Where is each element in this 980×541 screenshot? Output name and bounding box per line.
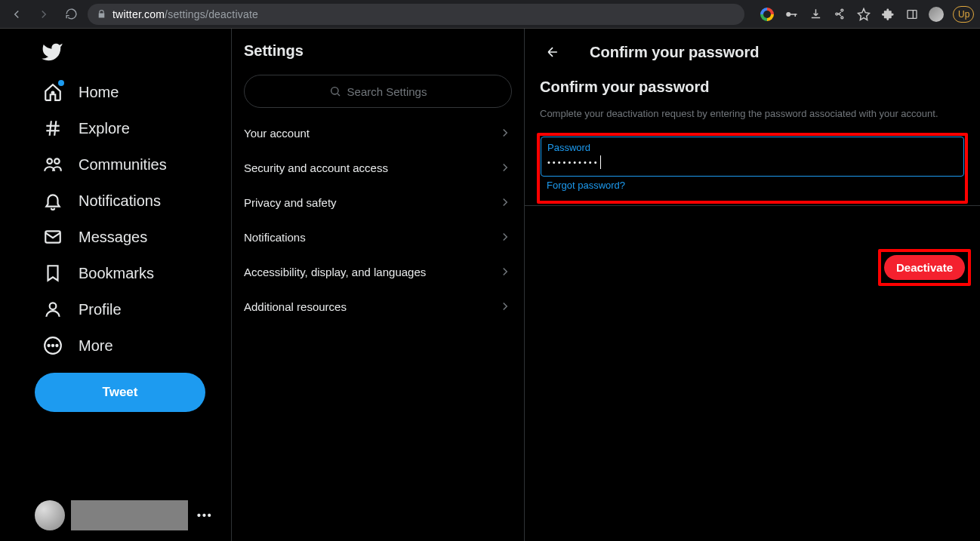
svg-rect-1	[790, 14, 797, 15]
star-icon[interactable]	[856, 7, 871, 22]
back-button[interactable]	[6, 4, 27, 25]
key-icon[interactable]	[784, 7, 799, 22]
ellipsis-icon: •••	[194, 509, 213, 521]
url-text: twitter.com/settings/deactivate	[112, 8, 258, 20]
svg-point-17	[56, 345, 57, 346]
chevron-right-icon	[498, 126, 512, 140]
sidebar-item-label: Profile	[79, 301, 122, 318]
page-title: Confirm your password	[590, 44, 759, 61]
sidebar-item-profile[interactable]: Profile	[35, 291, 129, 327]
settings-item-resources[interactable]: Additional resources	[232, 289, 524, 324]
settings-item-label: Additional resources	[244, 300, 347, 313]
forgot-password-link[interactable]: Forgot password?	[541, 177, 625, 200]
account-name-redacted	[71, 500, 188, 530]
chevron-right-icon	[498, 300, 512, 313]
svg-line-8	[50, 121, 51, 136]
sidebar-item-label: Home	[79, 84, 119, 101]
settings-item-label: Privacy and safety	[244, 196, 337, 209]
sidebar-item-label: Bookmarks	[79, 265, 154, 282]
svg-point-10	[47, 158, 51, 164]
deactivate-highlight-box: Deactivate	[878, 249, 971, 286]
chevron-right-icon	[498, 161, 512, 174]
mail-icon	[42, 226, 63, 247]
section-description: Complete your deactivation request by en…	[525, 102, 980, 133]
page-header: Confirm your password	[525, 29, 980, 72]
chevron-right-icon	[498, 230, 512, 244]
settings-item-privacy[interactable]: Privacy and safety	[232, 185, 524, 220]
sidebar-item-more[interactable]: More	[35, 327, 121, 364]
svg-point-15	[48, 345, 50, 346]
address-bar[interactable]: twitter.com/settings/deactivate	[88, 4, 744, 25]
svg-line-9	[54, 121, 56, 136]
sidebar-item-label: More	[79, 337, 113, 355]
twitter-logo[interactable]	[35, 35, 231, 74]
account-switcher[interactable]: •••	[35, 500, 213, 530]
profile-icon	[42, 299, 63, 320]
download-icon[interactable]	[808, 7, 823, 22]
settings-item-label: Security and account access	[244, 161, 388, 174]
search-placeholder: Search Settings	[347, 85, 427, 98]
browser-actions: Up	[760, 6, 974, 23]
update-pill[interactable]: Up	[953, 6, 974, 23]
sidebar-item-label: Notifications	[79, 192, 161, 210]
reload-button[interactable]	[60, 4, 82, 25]
svg-point-11	[54, 158, 60, 164]
text-cursor	[600, 155, 601, 169]
settings-heading: Settings	[232, 29, 524, 69]
settings-panel: Settings Search Settings Your account Se…	[232, 29, 525, 541]
divider	[525, 205, 980, 206]
bell-icon	[42, 190, 63, 211]
svg-point-0	[786, 12, 790, 17]
sidepanel-icon[interactable]	[904, 7, 920, 22]
google-icon[interactable]	[760, 7, 775, 22]
extensions-icon[interactable]	[880, 7, 895, 22]
settings-item-label: Accessibility, display, and languages	[244, 266, 426, 278]
lock-icon	[97, 9, 106, 19]
sidebar-item-explore[interactable]: Explore	[35, 110, 137, 146]
section-title: Confirm your password	[525, 72, 980, 102]
settings-item-security[interactable]: Security and account access	[232, 150, 524, 185]
browser-toolbar: twitter.com/settings/deactivate Up	[0, 0, 980, 29]
password-input[interactable]: Password ••••••••••	[541, 137, 964, 177]
sidebar-item-label: Communities	[79, 156, 167, 174]
communities-icon	[42, 154, 63, 175]
share-icon[interactable]	[832, 7, 847, 22]
tweet-button[interactable]: Tweet	[35, 373, 205, 412]
search-icon	[329, 85, 341, 97]
settings-item-account[interactable]: Your account	[232, 115, 524, 150]
svg-point-16	[52, 345, 54, 346]
svg-rect-2	[795, 14, 797, 17]
main-panel: Confirm your password Confirm your passw…	[525, 29, 980, 541]
home-icon	[42, 81, 63, 103]
sidebar-item-label: Explore	[79, 120, 130, 137]
sidebar-item-communities[interactable]: Communities	[35, 146, 174, 183]
bookmark-icon	[42, 263, 63, 284]
settings-item-label: Your account	[244, 127, 310, 140]
password-label: Password	[547, 142, 957, 153]
forward-button[interactable]	[33, 4, 54, 25]
avatar	[35, 500, 65, 530]
settings-item-accessibility[interactable]: Accessibility, display, and languages	[232, 254, 524, 289]
chevron-right-icon	[498, 195, 512, 209]
password-highlight-box: Password •••••••••• Forgot password?	[537, 133, 968, 204]
password-value: ••••••••••	[547, 158, 599, 167]
sidebar-item-notifications[interactable]: Notifications	[35, 183, 168, 219]
more-icon	[42, 335, 63, 356]
profile-avatar-icon[interactable]	[929, 7, 944, 22]
svg-point-18	[331, 88, 337, 94]
sidebar-item-home[interactable]: Home	[35, 74, 126, 110]
svg-rect-3	[908, 10, 917, 18]
svg-point-5	[52, 92, 54, 94]
sidebar-item-bookmarks[interactable]: Bookmarks	[35, 255, 162, 291]
deactivate-button[interactable]: Deactivate	[884, 255, 965, 280]
primary-sidebar: Home Explore Communities Notifications M…	[0, 29, 232, 541]
search-settings-input[interactable]: Search Settings	[244, 75, 512, 108]
sidebar-item-messages[interactable]: Messages	[35, 219, 155, 255]
sidebar-item-label: Messages	[79, 229, 147, 246]
settings-item-notifications[interactable]: Notifications	[232, 220, 524, 254]
back-arrow-button[interactable]	[540, 39, 566, 65]
settings-item-label: Notifications	[244, 231, 306, 244]
twitter-app: Home Explore Communities Notifications M…	[0, 29, 980, 541]
hash-icon	[42, 118, 63, 139]
chevron-right-icon	[498, 265, 512, 278]
